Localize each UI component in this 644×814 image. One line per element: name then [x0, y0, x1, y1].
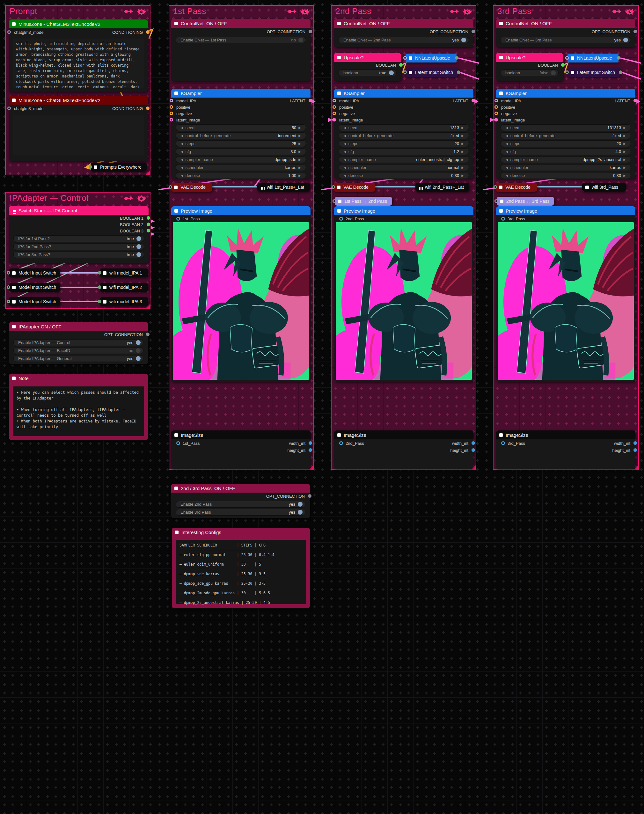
input-dot[interactable] — [169, 185, 172, 189]
widget-enable-3rd-pass[interactable]: Enable 3rd Passyes — [176, 509, 305, 515]
output-dot[interactable] — [455, 56, 458, 60]
node-vae-decode-2[interactable]: VAE Decode — [334, 183, 375, 192]
node-compare-1st-2nd[interactable]: 1st Pass ↔ 2nd Pass — [335, 197, 392, 205]
output-dot[interactable] — [619, 71, 623, 74]
increment-arrow-icon[interactable]: ▶ — [459, 174, 466, 177]
input-dot-images[interactable] — [339, 217, 343, 221]
collapse-box-icon[interactable] — [585, 185, 589, 189]
node-latent-input-switch[interactable]: Latent Input Switch — [567, 68, 620, 77]
output-dot-height-int[interactable] — [472, 448, 475, 452]
widget-cfg[interactable]: ◀cfg4.0▶ — [501, 148, 631, 155]
output-dot-opt-connection[interactable] — [472, 30, 475, 33]
collapse-box-icon[interactable] — [175, 433, 178, 437]
collapse-box-icon[interactable] — [175, 530, 179, 534]
input-dot-positive[interactable] — [333, 105, 336, 109]
widget-steps[interactable]: ◀steps25▶ — [176, 140, 306, 147]
collapse-box-icon[interactable] — [175, 486, 178, 490]
increment-arrow-icon[interactable]: ▶ — [621, 142, 628, 146]
increment-arrow-icon[interactable]: ▶ — [621, 150, 628, 153]
decrement-arrow-icon[interactable]: ◀ — [179, 142, 186, 146]
collapse-box-icon[interactable] — [175, 92, 178, 95]
widget-scheduler[interactable]: ◀schedulernormal▶ — [339, 164, 469, 171]
input-dot-image[interactable] — [339, 441, 343, 445]
decrement-arrow-icon[interactable]: ◀ — [179, 126, 186, 129]
collapse-box-icon[interactable] — [337, 209, 341, 213]
output-dot[interactable] — [617, 56, 620, 60]
node-header[interactable]: KSampler — [496, 89, 635, 98]
collapse-box-icon[interactable] — [337, 433, 341, 437]
decrement-arrow-icon[interactable]: ◀ — [179, 166, 186, 169]
increment-arrow-icon[interactable]: ▶ — [296, 126, 303, 129]
node-controlnet-on-off[interactable]: ControlNet ON / OFF OPT_CONNECTION Enabl… — [496, 19, 635, 47]
widget-enable-cnet-3rd-pass[interactable]: Enable CNet — 3rd Passyes — [501, 37, 631, 43]
widget-boolean[interactable]: booleanfalse — [501, 69, 558, 76]
widget-enable-2nd-pass[interactable]: Enable 2nd Passyes — [176, 501, 305, 507]
node-prompts-everywhere[interactable]: Prompts Everywhere — [90, 162, 147, 172]
toggle-dot[interactable] — [298, 38, 303, 42]
increment-arrow-icon[interactable]: ▶ — [296, 150, 303, 153]
increment-arrow-icon[interactable]: ▶ — [459, 158, 466, 161]
widget-boolean[interactable]: booleantrue — [339, 69, 397, 76]
collapse-box-icon[interactable] — [175, 22, 178, 25]
decrement-arrow-icon[interactable]: ◀ — [342, 158, 348, 161]
input-dot[interactable] — [7, 285, 10, 289]
decrement-arrow-icon[interactable]: ◀ — [503, 134, 511, 137]
collapse-box-icon[interactable] — [499, 56, 503, 59]
node-header[interactable]: ControlNet ON / OFF — [334, 19, 474, 28]
widget-control-before-generate[interactable]: ◀control_before_generatefixed▶ — [339, 132, 469, 139]
grid-icon[interactable] — [419, 187, 420, 188]
collapse-box-icon[interactable] — [337, 185, 340, 189]
input-dot[interactable] — [333, 199, 336, 203]
output-dot-opt-connection[interactable] — [633, 30, 637, 33]
decrement-arrow-icon[interactable]: ◀ — [342, 142, 348, 146]
positive-prompt-textarea[interactable]: sci-fi, photo, intimidating depiction of… — [13, 38, 144, 88]
input-dot[interactable] — [403, 56, 407, 60]
input-dot-positive[interactable] — [494, 105, 498, 109]
collapse-box-icon[interactable] — [103, 286, 106, 289]
node-latent-input-switch[interactable]: Latent Input Switch — [406, 68, 458, 77]
collapse-box-icon[interactable] — [499, 92, 503, 95]
node-header[interactable]: ImageSize — [496, 431, 635, 439]
negative-prompt-textarea[interactable] — [13, 115, 144, 155]
output-dot-width-int[interactable] — [633, 441, 637, 445]
node-wifi-model-ipa-3[interactable]: wifi model_IPA 3 — [100, 297, 148, 306]
input-dot-image[interactable] — [501, 441, 505, 445]
decrement-arrow-icon[interactable]: ◀ — [503, 126, 511, 129]
node-ipadapter-on-off[interactable]: IPAdapter ON / OFF OPT_CONNECTION Enable… — [9, 322, 148, 364]
widget-control-before-generate[interactable]: ◀control_before_generatefixed▶ — [501, 132, 631, 139]
node-header[interactable]: KSampler — [171, 89, 311, 98]
output-dot-boolean-1[interactable] — [147, 216, 150, 220]
group-eye-icon[interactable] — [624, 8, 635, 15]
widget-ipa-for-2nd-pass[interactable]: IPA for 2nd Pass?true — [14, 243, 144, 250]
node-vae-decode-1[interactable]: VAE Decode — [171, 183, 212, 192]
collapse-box-icon[interactable] — [174, 185, 178, 189]
widget-control-before-generate[interactable]: ◀control_before_generateincrement▶ — [176, 132, 306, 139]
increment-arrow-icon[interactable]: ▶ — [621, 134, 628, 137]
collapse-box-icon[interactable] — [338, 199, 342, 203]
collapse-box-icon[interactable] — [500, 199, 503, 203]
group-link-icon[interactable] — [449, 8, 459, 15]
node-preview-image-3[interactable]: Preview Image 3rd_Pass — [496, 206, 635, 382]
node-header[interactable]: 2nd / 3rd Pass ON / OFF — [171, 484, 310, 493]
output-dot-conditioning[interactable] — [146, 106, 150, 110]
node-wifi-3rd-pass[interactable]: wifi 3rd_Pass — [582, 183, 626, 192]
output-dot-latent[interactable] — [472, 99, 475, 102]
toggle-dot[interactable] — [298, 510, 302, 515]
node-controlnet-on-off[interactable]: ControlNet ON / OFF OPT_CONNECTION Enabl… — [171, 19, 311, 81]
increment-arrow-icon[interactable]: ▶ — [296, 174, 303, 177]
input-dot-negative[interactable] — [494, 112, 498, 115]
output-dot-latent[interactable] — [308, 99, 312, 102]
decrement-arrow-icon[interactable]: ◀ — [342, 134, 348, 137]
node-ksampler-2[interactable]: KSampler model_IPALATENT positive negati… — [334, 89, 474, 179]
node-header[interactable]: ControlNet ON / OFF — [496, 19, 635, 28]
input-dot-images[interactable] — [501, 217, 505, 221]
output-dot-height-int[interactable] — [633, 448, 637, 452]
decrement-arrow-icon[interactable]: ◀ — [503, 166, 511, 169]
output-dot-conditioning[interactable] — [146, 30, 150, 34]
node-note[interactable]: Note ↑ • Here you can select which passe… — [9, 374, 148, 440]
widget-steps[interactable]: ◀steps20▶ — [501, 140, 631, 147]
node-wifi-2nd-pass-lat[interactable]: wifi 2nd_Pass+_Lat — [416, 183, 469, 192]
increment-arrow-icon[interactable]: ▶ — [459, 150, 466, 153]
widget-sampler-name[interactable]: ◀sampler_namedpmpp_2s_ancestral▶ — [501, 156, 631, 163]
output-dot-boolean-3[interactable] — [147, 229, 150, 232]
